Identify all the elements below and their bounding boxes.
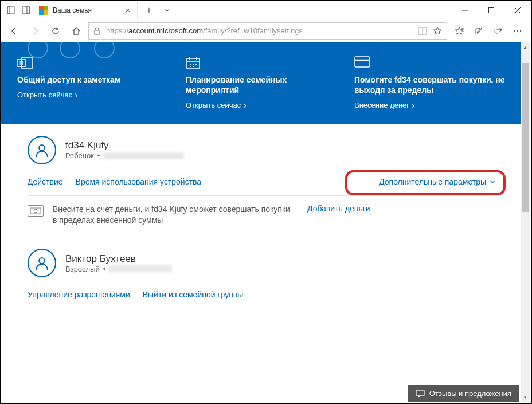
money-icon — [28, 205, 44, 217]
member-name: fd34 Kjufy — [65, 140, 183, 151]
svg-rect-8 — [95, 30, 99, 34]
member-email-redacted — [109, 265, 172, 272]
scroll-down-arrow[interactable]: ▼ — [521, 393, 530, 402]
manage-permissions-link[interactable]: Управление разрешениями — [28, 290, 130, 299]
svg-point-31 — [39, 145, 45, 151]
tab-chevron-down-icon[interactable] — [161, 4, 173, 17]
more-parameters-dropdown[interactable]: Дополнительные параметры — [379, 177, 495, 186]
member-name: Виктор Бухтеев — [65, 253, 172, 265]
hero-card-link[interactable]: Внесение денег — [354, 100, 414, 111]
member-info: Виктор Бухтеев Взрослый• — [65, 253, 172, 273]
credit-card-icon — [354, 56, 370, 70]
member-role: Ребенок• — [65, 151, 183, 160]
svg-point-28 — [193, 66, 194, 67]
titlebar-left: Ваша семья × + — [1, 1, 173, 19]
member-info: fd34 Kjufy Ребенок• — [65, 140, 183, 160]
balance-text: Внесите на счет деньги, и fd34 Kjufy смо… — [53, 204, 294, 226]
svg-point-14 — [514, 30, 515, 31]
mini-avatar — [60, 38, 80, 58]
svg-rect-3 — [27, 7, 29, 14]
mini-avatar — [28, 38, 48, 58]
addressbar-actions — [418, 26, 442, 36]
family-member-adult: Виктор Бухтеев Взрослый• Управление разр… — [28, 249, 495, 309]
screen-time-link[interactable]: Время использования устройства — [76, 177, 202, 186]
close-tab-icon[interactable]: × — [126, 6, 130, 15]
lock-icon — [93, 27, 101, 35]
hero-card-title: Общий доступ к заметкам — [17, 74, 169, 85]
hero-card-payments: Помогите fd34 совершать покупки, не выхо… — [354, 56, 506, 111]
calendar-icon — [186, 56, 202, 70]
hero-card-title: Помогите fd34 совершать покупки, не выхо… — [354, 74, 506, 95]
member-email-redacted — [103, 152, 183, 159]
refresh-button[interactable] — [47, 22, 64, 40]
add-money-link[interactable]: Добавить деньги — [307, 204, 370, 213]
svg-rect-1 — [7, 7, 10, 14]
feedback-label: Отзывы и предложения — [429, 389, 511, 398]
tab-title: Ваша семья — [53, 6, 121, 14]
hero-card-calendar: Планирование семейных мероприятий Открыт… — [186, 56, 337, 111]
window-controls — [452, 1, 531, 19]
tab-aside-left-icon[interactable] — [5, 4, 17, 17]
member-header: fd34 Kjufy Ребенок• — [28, 136, 495, 164]
address-bar[interactable]: https://account.microsoft.com/family/?re… — [88, 22, 447, 40]
share-icon[interactable] — [490, 22, 507, 40]
svg-point-24 — [190, 64, 191, 65]
onenote-icon: N — [17, 56, 33, 70]
activity-link[interactable]: Действие — [28, 177, 63, 186]
svg-text:N: N — [19, 60, 24, 66]
mini-avatar — [94, 38, 115, 58]
svg-point-34 — [39, 258, 45, 264]
svg-point-16 — [520, 30, 521, 31]
svg-point-33 — [34, 209, 37, 213]
feedback-button[interactable]: Отзывы и предложения — [408, 385, 519, 402]
forward-button[interactable] — [26, 22, 44, 40]
member-actions: Действие Время использования устройства … — [28, 177, 495, 186]
url-text: https://account.microsoft.com/family/?re… — [106, 26, 413, 35]
notes-icon[interactable] — [470, 22, 487, 40]
hero-card-title: Планирование семейных мероприятий — [186, 74, 337, 95]
svg-point-25 — [193, 64, 194, 65]
minimize-button[interactable] — [452, 1, 478, 19]
close-window-button[interactable] — [504, 1, 531, 19]
more-menu-icon[interactable] — [509, 22, 526, 40]
member-actions: Управление разрешениями Выйти из семейно… — [28, 290, 495, 299]
hero-card-notes: N Общий доступ к заметкам Открыть сейчас — [17, 56, 169, 111]
vertical-scrollbar[interactable]: ▲ ▼ — [521, 42, 530, 402]
svg-rect-2 — [22, 7, 29, 14]
member-header: Виктор Бухтеев Взрослый• — [28, 249, 495, 277]
svg-rect-29 — [355, 57, 370, 67]
svg-point-27 — [190, 66, 191, 67]
svg-point-15 — [517, 30, 518, 31]
avatar — [28, 136, 56, 164]
hero-card-link[interactable]: Открыть сейчас — [17, 90, 78, 100]
family-members: fd34 Kjufy Ребенок• Действие Время испол… — [1, 124, 522, 309]
toolbar-right — [451, 22, 526, 40]
hero-card-link[interactable]: Открыть сейчас — [186, 100, 247, 111]
svg-rect-0 — [7, 7, 14, 14]
microsoft-logo-icon — [39, 6, 48, 15]
family-member-child: fd34 Kjufy Ребенок• Действие Время испол… — [28, 136, 495, 237]
browser-tab[interactable]: Ваша семья × — [34, 1, 138, 19]
tab-aside-right-icon[interactable] — [19, 4, 32, 17]
reading-view-icon[interactable] — [418, 27, 427, 35]
member-role: Взрослый• — [65, 265, 172, 273]
chat-icon — [416, 390, 425, 398]
favorite-star-icon[interactable] — [433, 26, 442, 36]
avatar — [28, 249, 56, 277]
leave-family-link[interactable]: Выйти из семейной группы — [143, 290, 244, 299]
svg-point-26 — [195, 64, 197, 65]
home-button[interactable] — [68, 22, 85, 40]
maximize-button[interactable] — [478, 1, 504, 19]
back-button[interactable] — [6, 22, 23, 40]
favorites-hub-icon[interactable] — [451, 22, 468, 40]
scroll-thumb[interactable] — [522, 63, 529, 212]
new-tab-button[interactable]: + — [140, 5, 158, 15]
hero-cards: N Общий доступ к заметкам Открыть сейчас… — [17, 56, 506, 111]
svg-rect-17 — [22, 57, 32, 69]
window-titlebar: Ваша семья × + — [1, 1, 531, 19]
svg-rect-35 — [416, 390, 424, 395]
scroll-up-arrow[interactable]: ▲ — [521, 42, 530, 52]
hero-avatars-row — [17, 38, 506, 45]
balance-row: Внесите на счет деньги, и fd34 Kjufy смо… — [28, 195, 495, 226]
svg-rect-5 — [489, 7, 494, 13]
